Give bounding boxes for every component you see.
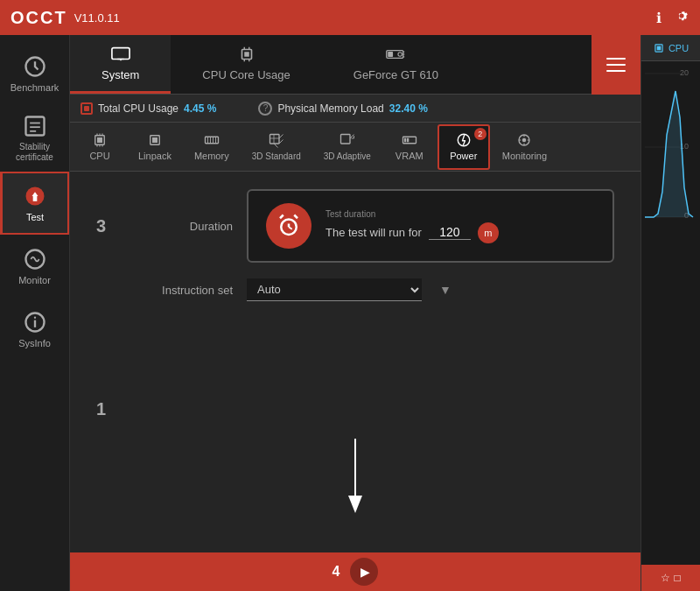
duration-value-input[interactable] [429,225,471,240]
expand-icon: □ [674,572,680,584]
tab-geforce-label: GeForce GT 610 [354,68,438,81]
play-icon: ▶ [360,565,370,579]
svg-rect-21 [388,52,394,57]
sidebar-sysinfo-label: SysInfo [18,338,51,348]
svg-point-10 [33,317,35,319]
sidebar-item-stability[interactable]: Stability certificate [0,105,69,172]
cpu-usage-label: Total CPU Usage [98,102,178,115]
power-badge: 2 [474,128,486,140]
top-tabs: System CPU Core Usage [70,35,640,95]
tab-3d-standard-label: 3D Standard [252,151,301,161]
tab-cpu-core-label: CPU Core Usage [202,68,290,81]
tab-vram-label: VRAM [396,151,424,161]
duration-label: Duration [128,220,233,233]
mini-panel-header: CPU [641,35,700,61]
tab-content-linpack[interactable]: Linpack [128,124,182,170]
test-will-run-text: The test will run for [326,226,422,239]
top-bar-right: ℹ [656,8,690,27]
duration-box: Test duration The test will run for m [247,189,614,263]
tab-content-power[interactable]: 2 Power [438,124,490,170]
mini-cpu-icon [653,42,665,54]
instruction-label: Instruction set [128,284,233,297]
select-chevron-icon: ▼ [439,283,452,297]
duration-row: 3 Duration [96,189,614,263]
svg-line-62 [280,215,284,219]
tab-content-monitoring[interactable]: Monitoring [492,124,557,170]
mini-chart-svg: 20 10 0 [645,65,697,222]
svg-rect-6 [33,196,38,201]
content-area: 3 Duration [70,172,640,552]
tab-cpu-label: CPU [89,151,109,161]
arrow-svg [320,439,390,526]
tab-3d-adaptive-label: 3D Adaptive [324,151,371,161]
mini-panel-footer[interactable]: ☆ □ [641,565,700,591]
sidebar-stability-label: Stability certificate [4,142,66,163]
cpu-status-item: Total CPU Usage 4.45 % [80,102,216,115]
tab-content-cpu[interactable]: CPU [74,124,126,170]
mini-chart-area: 20 10 0 [641,61,700,565]
tab-content-vram[interactable]: VRAM [383,124,436,170]
tab-memory-label: Memory [194,151,229,161]
svg-line-61 [289,227,292,229]
svg-rect-50 [404,138,406,143]
memory-usage-label: Physical Memory Load [277,102,383,115]
test-duration-label: Test duration [326,209,595,219]
right-panel: System CPU Core Usage [70,35,640,591]
step-3-number: 3 [96,216,114,236]
duration-text-area: Test duration The test will run for m [326,209,595,243]
tab-system[interactable]: System [70,35,171,94]
tab-monitoring-label: Monitoring [502,151,547,161]
svg-rect-11 [112,48,130,60]
svg-point-22 [398,53,402,56]
app-logo: OCCT [10,8,67,28]
star-icon: ☆ [661,572,670,584]
hamburger-line-1 [606,58,626,60]
svg-marker-65 [348,496,362,513]
svg-rect-1 [25,117,44,136]
sidebar-test-label: Test [26,212,44,222]
svg-rect-27 [97,137,102,143]
app-version: V11.0.11 [74,11,120,25]
svg-point-54 [522,138,527,143]
sidebar-item-sysinfo[interactable]: SysInfo [0,298,69,361]
y-label-20: 20 [680,68,689,77]
bottom-bar[interactable]: 4 ▶ [70,552,640,591]
status-bar: Total CPU Usage 4.45 % ? Physical Memory… [70,95,640,123]
svg-rect-47 [340,134,350,144]
top-bar: OCCT V11.0.11 ℹ [0,0,700,35]
svg-rect-35 [152,137,158,143]
cpu-status-dot [80,102,93,115]
duration-unit-button[interactable]: m [478,222,499,243]
play-button[interactable]: ▶ [350,558,378,586]
svg-line-46 [274,144,278,148]
memory-usage-value: 32.40 % [389,102,428,115]
sidebar-item-benchmark[interactable]: Benchmark [0,42,69,105]
step-4-number: 4 [332,564,340,580]
instruction-select[interactable]: Auto SSE2 AVX AVX2 AVX512 [247,278,422,301]
svg-rect-51 [407,138,409,143]
tab-linpack-label: Linpack [138,151,172,161]
info-icon[interactable]: ℹ [656,10,662,26]
arrow-area [70,319,640,552]
sidebar-item-test[interactable]: Test [0,172,69,235]
svg-marker-71 [645,91,693,217]
svg-line-63 [294,215,298,219]
instruction-row: Instruction set Auto SSE2 AVX AVX2 AVX51… [96,278,614,301]
sidebar-monitor-label: Monitor [18,275,51,285]
memory-question-icon: ? [258,102,272,116]
tab-content-3d-adaptive[interactable]: 3D Adaptive [313,124,382,170]
hamburger-line-3 [606,70,626,72]
tab-cpu-core[interactable]: CPU Core Usage [171,35,321,94]
content-tabs: CPU Linpack [70,123,640,172]
tab-content-3d-standard[interactable]: 3D Standard [242,124,312,170]
tab-power-label: Power [450,151,477,161]
alarm-icon-wrap [266,203,312,249]
sidebar-item-monitor[interactable]: Monitor [0,235,69,298]
sidebar-benchmark-label: Benchmark [10,82,60,93]
tab-content-memory[interactable]: Memory [184,124,240,170]
mini-panel-label: CPU [668,43,689,53]
hamburger-button[interactable] [592,35,640,95]
tab-geforce[interactable]: GeForce GT 610 [322,35,470,94]
camera-icon[interactable] [674,8,690,27]
right-mini-panel: CPU 20 10 0 [640,35,700,591]
